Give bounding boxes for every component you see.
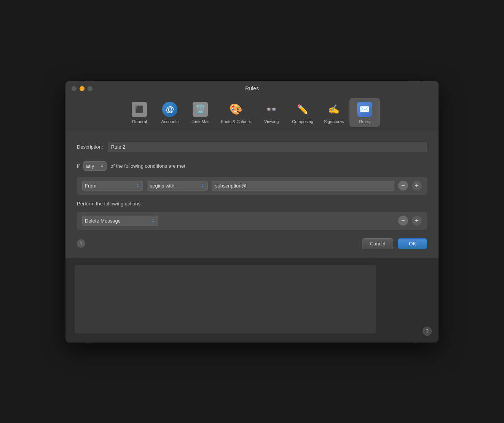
- action-select[interactable]: Delete Message Move Message Copy Message…: [82, 216, 158, 226]
- condition-row: From To Subject Body Date begins with co…: [77, 177, 427, 195]
- titlebar: Rules: [65, 81, 439, 95]
- condition-operator-select[interactable]: begins with contains ends with is equal …: [147, 181, 208, 191]
- conditions-text: of the following conditions are met:: [110, 163, 187, 169]
- toolbar-label-fonts: Fonts & Colours: [221, 119, 251, 124]
- toolbar-item-viewing[interactable]: 👓 Viewing: [256, 98, 287, 127]
- description-row: Description:: [77, 142, 427, 152]
- rules-list-area: [75, 265, 376, 333]
- toolbar-label-general: General: [132, 119, 147, 124]
- toolbar-item-accounts[interactable]: @ Accounts: [155, 98, 185, 127]
- toolbar-label-signatures: Signatures: [324, 119, 344, 124]
- toolbar-item-junkmail[interactable]: 🗑️ Junk Mail: [185, 98, 215, 127]
- condition-field-select[interactable]: From To Subject Body Date: [82, 181, 143, 191]
- accounts-icon: @: [161, 101, 178, 118]
- description-label: Description:: [77, 144, 103, 150]
- ok-button[interactable]: OK: [398, 238, 427, 249]
- conditions-header: If any all none of the following conditi…: [77, 161, 427, 171]
- toolbar-item-rules[interactable]: ✉️ Rules: [349, 98, 380, 127]
- fonts-icon: 🎨: [228, 101, 244, 118]
- lower-help-icon: ?: [426, 328, 428, 334]
- remove-condition-button[interactable]: −: [398, 181, 408, 191]
- main-content: Description: If any all none of the foll…: [65, 131, 439, 343]
- toolbar-label-junkmail: Junk Mail: [191, 119, 209, 124]
- help-icon: ?: [80, 241, 83, 246]
- toolbar-label-viewing: Viewing: [264, 119, 279, 124]
- add-condition-button[interactable]: +: [412, 181, 422, 191]
- viewing-icon: 👓: [263, 101, 280, 118]
- if-label: If: [77, 163, 80, 169]
- help-button[interactable]: ?: [77, 239, 85, 248]
- composing-icon: ✏️: [294, 101, 311, 118]
- toolbar-label-composing: Composing: [292, 119, 313, 124]
- general-icon: ⬛: [131, 101, 148, 118]
- actions-label: Perform the following actions:: [77, 201, 427, 207]
- add-action-button[interactable]: +: [412, 216, 422, 226]
- remove-action-button[interactable]: −: [398, 216, 408, 226]
- dialog-footer: ? Cancel OK: [77, 238, 427, 249]
- toolbar-item-general[interactable]: ⬛ General: [124, 98, 155, 127]
- toolbar-label-accounts: Accounts: [161, 119, 179, 124]
- dialog-panel: Description: If any all none of the foll…: [65, 131, 439, 259]
- toolbar-item-fonts[interactable]: 🎨 Fonts & Colours: [215, 98, 256, 127]
- cancel-button[interactable]: Cancel: [362, 238, 393, 249]
- toolbar: ⬛ General @ Accounts 🗑️ Junk Mail 🎨 Font…: [65, 95, 439, 131]
- lower-panel: ?: [65, 259, 439, 343]
- rules-icon: ✉️: [356, 101, 373, 118]
- traffic-lights: [72, 86, 93, 91]
- close-button[interactable]: [72, 86, 77, 91]
- any-select[interactable]: any all none: [83, 161, 107, 171]
- action-row: Delete Message Move Message Copy Message…: [77, 212, 427, 230]
- toolbar-item-composing[interactable]: ✏️ Composing: [287, 98, 319, 127]
- maximize-button[interactable]: [88, 86, 93, 91]
- toolbar-label-rules: Rules: [359, 119, 370, 124]
- main-window: Rules ⬛ General @ Accounts 🗑️ Junk Mail: [65, 81, 439, 343]
- footer-buttons: Cancel OK: [362, 238, 427, 249]
- junkmail-icon: 🗑️: [192, 101, 209, 118]
- description-input[interactable]: [108, 142, 427, 152]
- condition-value-input[interactable]: [212, 181, 394, 191]
- signatures-icon: ✍️: [325, 101, 342, 118]
- toolbar-item-signatures[interactable]: ✍️ Signatures: [319, 98, 349, 127]
- window-title: Rules: [245, 85, 259, 91]
- minimize-button[interactable]: [80, 86, 85, 91]
- lower-help-button[interactable]: ?: [423, 327, 432, 336]
